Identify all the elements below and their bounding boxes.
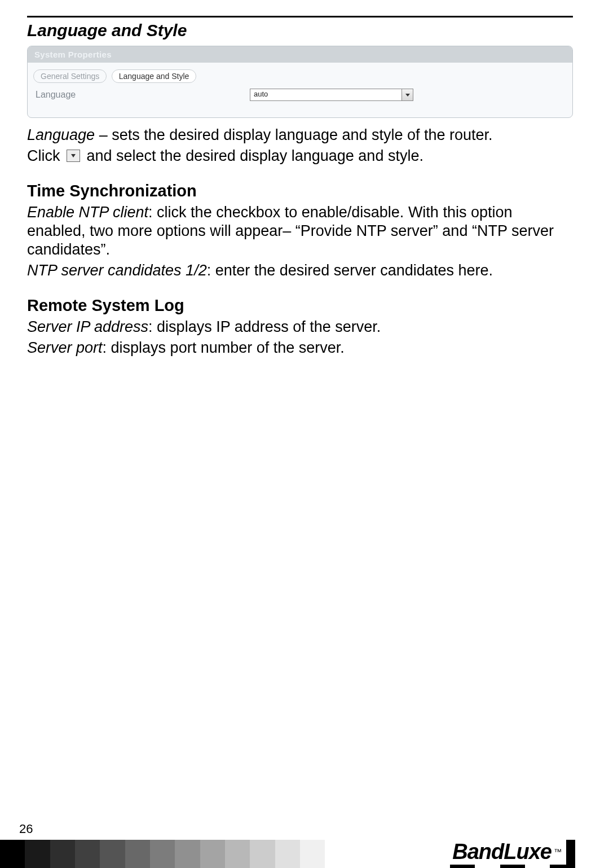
text: : displays port number of the server.: [103, 339, 345, 356]
term-server-port: Server port: [27, 339, 103, 356]
footer-bar-segment: [575, 840, 600, 868]
dropdown-icon: [67, 150, 80, 162]
trademark-symbol: ™: [554, 847, 562, 856]
term-ntp-candidates: NTP server candidates 1/2: [27, 262, 207, 279]
footer-bar-segment: [300, 840, 325, 868]
footer-bar-segment: [275, 840, 300, 868]
footer-bar-segment: [325, 840, 350, 868]
footer-bar-segment: [225, 840, 250, 868]
para-server-port: Server port: displays port number of the…: [27, 339, 573, 357]
system-properties-screenshot: System Properties General Settings Langu…: [27, 46, 573, 118]
footer-bar-segment: [25, 840, 50, 868]
footer-bar-segment: [75, 840, 100, 868]
para-ntp-candidates: NTP server candidates 1/2: enter the des…: [27, 261, 573, 280]
para-click-dropdown: Click and select the desired display lan…: [27, 147, 573, 165]
tab-general-settings[interactable]: General Settings: [33, 69, 107, 83]
footer-bar-segment: [200, 840, 225, 868]
chevron-down-icon: [402, 89, 413, 100]
text: – sets the desired display language and …: [95, 126, 492, 143]
text: Click: [27, 147, 64, 164]
footer-bar-segment: [150, 840, 175, 868]
panel-tabs: General Settings Language and Style: [28, 63, 572, 85]
footer-bar-segment: [250, 840, 275, 868]
language-select[interactable]: auto: [250, 89, 413, 101]
language-label: Language: [36, 90, 250, 100]
body-text: Language – sets the desired display lang…: [27, 126, 573, 357]
footer-bar-segment: [0, 840, 25, 868]
para-server-ip: Server IP address: displays IP address o…: [27, 318, 573, 336]
footer-bar-segment: [50, 840, 75, 868]
footer-bar-segment: [375, 840, 400, 868]
footer-bar-segment: [350, 840, 375, 868]
panel-titlebar: System Properties: [28, 46, 572, 63]
footer-bar-segment: [400, 840, 425, 868]
para-language-desc: Language – sets the desired display lang…: [27, 126, 573, 144]
document-page: Language and Style System Properties Gen…: [0, 0, 600, 868]
brand-logo: BandLuxe ™: [448, 839, 566, 865]
heading-time-sync: Time Synchronization: [27, 181, 573, 201]
text: : displays IP address of the server.: [148, 318, 381, 335]
top-rule: [27, 16, 573, 17]
text: : enter the desired server candidates he…: [207, 262, 493, 279]
brand-logo-text: BandLuxe: [452, 840, 552, 864]
footer-bar-segment: [100, 840, 125, 868]
footer-bar-segment: [175, 840, 200, 868]
page-footer: 26 BandLuxe ™: [0, 840, 600, 868]
heading-remote-syslog: Remote System Log: [27, 296, 573, 315]
language-select-value: auto: [254, 90, 268, 98]
language-row: Language auto: [28, 85, 572, 108]
page-number: 26: [19, 822, 33, 836]
section-title-language-style: Language and Style: [27, 21, 573, 40]
tab-language-and-style[interactable]: Language and Style: [112, 69, 197, 83]
footer-bar-segment: [425, 840, 450, 868]
para-enable-ntp: Enable NTP client: click the checkbox to…: [27, 203, 573, 259]
footer-bar-segment: [125, 840, 150, 868]
term-server-ip: Server IP address: [27, 318, 148, 335]
term-language: Language: [27, 126, 95, 143]
text: and select the desired display language …: [87, 147, 423, 164]
term-enable-ntp: Enable NTP client: [27, 204, 148, 221]
